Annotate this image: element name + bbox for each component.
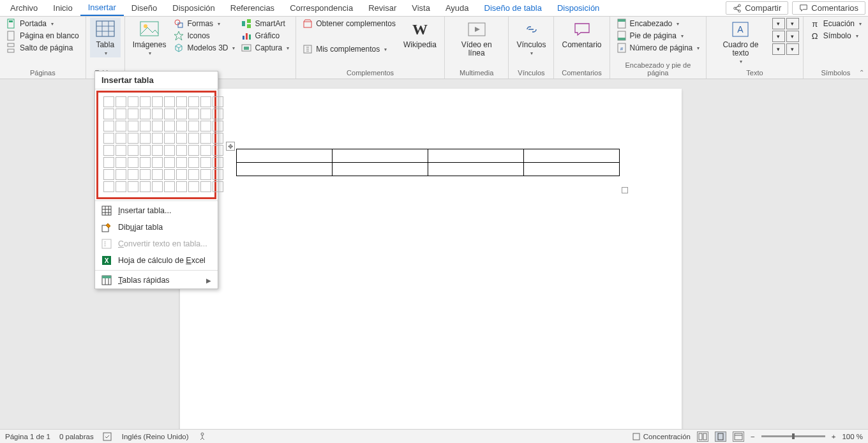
chevron-down-icon: ▾ (149, 50, 151, 56)
screenshot-button[interactable]: Captura▾ (239, 42, 292, 54)
text-opt-3[interactable]: ▾ (772, 43, 785, 55)
cover-page-button[interactable]: Portada▾ (4, 18, 82, 29)
group-links-label: Vínculos (513, 68, 550, 79)
tab-layout[interactable]: Disposición (165, 1, 222, 15)
group-text-label: Texto (710, 68, 798, 79)
link-icon (521, 19, 541, 40)
equation-label: Ecuación (823, 19, 855, 28)
smartart-button[interactable]: SmartArt (239, 18, 292, 29)
svg-rect-13 (140, 22, 158, 36)
svg-point-2 (738, 10, 741, 12)
icons-button[interactable]: Iconos (171, 30, 237, 41)
symbol-button[interactable]: ΩSímbolo▾ (807, 30, 864, 41)
footer-button[interactable]: Pie de página▾ (614, 30, 703, 41)
header-label: Encabezado (630, 19, 673, 28)
collapse-ribbon-button[interactable]: ⌃ (859, 69, 864, 76)
textbox-button[interactable]: A Cuadro de texto ▾ (710, 18, 770, 66)
pagenum-button[interactable]: #Número de página▾ (614, 42, 703, 54)
svg-text:A: A (738, 24, 744, 34)
chevron-down-icon: ▾ (51, 21, 54, 27)
svg-rect-7 (8, 49, 14, 52)
group-addins-label: Complementos (300, 68, 440, 79)
get-addins-button[interactable]: Obtener complementos (300, 18, 398, 29)
tab-references[interactable]: Referencias (223, 1, 282, 15)
group-text: A Cuadro de texto ▾ ▾ ▾ ▾ ▾ ▾ ▾ Texto (707, 17, 803, 79)
svg-rect-17 (242, 21, 245, 26)
share-icon (733, 4, 742, 13)
comments-button[interactable]: Comentarios (792, 1, 865, 15)
tab-file[interactable]: Archivo (3, 1, 45, 15)
blank-page-label: Página en blanco (20, 31, 79, 40)
group-symbols: πEcuación▾ ΩSímbolo▾ Símbolos (804, 17, 868, 79)
group-pages: Portada▾ Página en blanco Salto de págin… (0, 17, 86, 79)
equation-button[interactable]: πEcuación▾ (807, 18, 864, 29)
images-button[interactable]: Imágenes ▾ (129, 18, 170, 57)
share-button[interactable]: Compartir (726, 1, 788, 15)
svg-rect-20 (243, 36, 244, 40)
group-illustrations: Imágenes ▾ Formas▾ Iconos Modelos 3D▾ Sm… (125, 17, 296, 79)
text-opt-6[interactable]: ▾ (786, 43, 799, 55)
text-opt-5[interactable]: ▾ (786, 31, 799, 42)
svg-rect-8 (96, 21, 114, 36)
store-icon (303, 19, 313, 29)
page-break-button[interactable]: Salto de página (4, 42, 82, 54)
comment-button[interactable]: Comentario (558, 18, 605, 50)
blank-page-icon (6, 31, 17, 41)
text-opt-2[interactable]: ▾ (772, 31, 785, 42)
my-addins-label: Mis complementos (316, 45, 380, 54)
tab-table-layout[interactable]: Disposición (550, 1, 607, 15)
addins-icon (303, 44, 313, 54)
chevron-down-icon: ▾ (856, 33, 858, 39)
group-comments: Comentario Comentarios (554, 17, 610, 79)
svg-text:#: # (620, 46, 623, 52)
tab-help[interactable]: Ayuda (438, 1, 477, 15)
tab-home[interactable]: Inicio (45, 1, 80, 15)
svg-point-15 (175, 20, 180, 25)
screenshot-label: Captura (255, 43, 282, 52)
comment-icon (799, 4, 808, 13)
header-button[interactable]: Encabezado▾ (614, 18, 703, 29)
pagenum-icon: # (617, 43, 627, 53)
chart-button[interactable]: Gráfico (239, 30, 292, 41)
models3d-button[interactable]: Modelos 3D▾ (171, 42, 237, 54)
svg-rect-32 (618, 38, 625, 40)
text-opt-4[interactable]: ▾ (786, 18, 799, 29)
dropdown-title: Insertar tabla (95, 71, 218, 79)
group-hf-label: Encabezado y pie de página (614, 60, 703, 79)
tab-review[interactable]: Revisar (361, 1, 404, 15)
comment-label: Comentario (562, 41, 601, 49)
wikipedia-button[interactable]: W Wikipedia (400, 18, 440, 50)
links-button[interactable]: Vínculos ▾ (513, 18, 550, 57)
textbox-label: Cuadro de texto (714, 41, 767, 57)
screenshot-icon (241, 43, 251, 53)
wikipedia-label: Wikipedia (403, 41, 437, 49)
svg-rect-4 (9, 20, 13, 22)
table-icon (95, 19, 116, 40)
video-icon (467, 19, 487, 40)
tab-view[interactable]: Vista (404, 1, 438, 15)
header-icon (617, 19, 627, 29)
video-label: Vídeo en línea (453, 41, 501, 57)
table-button[interactable]: Tabla ▾ (90, 18, 121, 57)
chevron-down-icon: ▾ (677, 21, 679, 27)
chevron-down-icon: ▾ (859, 21, 862, 27)
tab-insert[interactable]: Insertar (80, 0, 124, 16)
tab-design[interactable]: Diseño (124, 1, 165, 15)
comments-label: Comentarios (811, 3, 858, 13)
symbol-label: Símbolo (823, 31, 851, 40)
cover-page-icon (6, 19, 17, 29)
tab-mail[interactable]: Correspondencia (282, 1, 361, 15)
shapes-button[interactable]: Formas▾ (171, 18, 237, 29)
online-video-button[interactable]: Vídeo en línea (449, 18, 505, 59)
tab-table-design[interactable]: Diseño de tabla (477, 1, 550, 15)
my-addins-button[interactable]: Mis complementos▾ (300, 43, 398, 55)
text-opt-1[interactable]: ▾ (772, 18, 785, 29)
icons-label: Iconos (187, 31, 209, 40)
images-icon (139, 19, 160, 40)
chevron-down-icon: ▾ (740, 59, 742, 64)
table-button-label: Tabla (96, 41, 114, 49)
group-tables: Tabla ▾ Tablas (86, 17, 125, 79)
svg-rect-18 (247, 19, 251, 23)
blank-page-button[interactable]: Página en blanco (4, 30, 82, 41)
share-label: Compartir (745, 3, 781, 13)
